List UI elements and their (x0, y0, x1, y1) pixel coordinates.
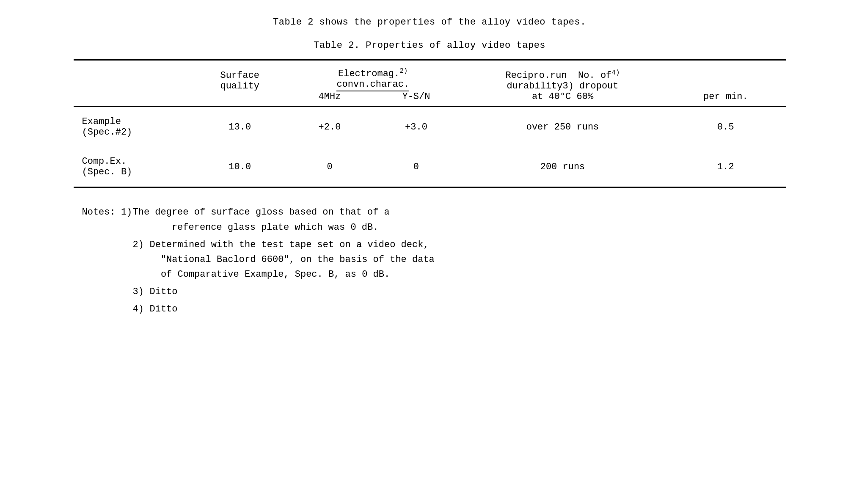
header-row-2: 4MHz Y-S/N at 40°C 60% per min. (74, 91, 786, 107)
notes-note4-text: Ditto (150, 302, 178, 317)
header-row-1: Surfacequality Electromag.2) convn.chara… (74, 61, 786, 91)
notes-note2-num: 2) (133, 237, 150, 282)
sub-header-surface (193, 91, 286, 107)
row2-4mhz: 0 (286, 147, 373, 187)
notes-note1: Notes: 1) The degree of surface gloss ba… (82, 205, 786, 234)
header-electromag: Electromag.2) convn.charac. (286, 61, 460, 91)
header-surface: Surfacequality (193, 61, 286, 91)
intro-text: Table 2 shows the properties of the allo… (273, 17, 586, 28)
intro-paragraph: Table 2 shows the properties of the allo… (34, 17, 825, 28)
sub-header-empty (74, 91, 193, 107)
row2-dropout: 1.2 (666, 147, 785, 187)
row1-surface: 13.0 (193, 107, 286, 147)
table-row: Example(Spec.#2) 13.0 +2.0 +3.0 over 250… (74, 107, 786, 147)
notes-note3: 3) Ditto (133, 284, 786, 299)
sub-header-dropout: per min. (666, 91, 785, 107)
header-empty (74, 61, 193, 91)
notes-note2-text: Determined with the test tape set on a v… (150, 237, 435, 282)
notes-section: Notes: 1) The degree of surface gloss ba… (74, 205, 786, 317)
row1-4mhz: +2.0 (286, 107, 373, 147)
table-title: Table 2. Properties of alloy video tapes (34, 40, 825, 51)
row1-label: Example(Spec.#2) (74, 107, 193, 147)
row1-ysn: +3.0 (373, 107, 459, 147)
table-title-text: Table 2. Properties of alloy video tapes (314, 40, 545, 51)
notes-note3-text: Ditto (150, 284, 178, 299)
row1-dropout: 0.5 (666, 107, 785, 147)
row2-surface: 10.0 (193, 147, 286, 187)
sub-header-recipro: at 40°C 60% (460, 91, 666, 107)
row1-recipro: over 250 runs (460, 107, 666, 147)
table-row: Comp.Ex.(Spec. B) 10.0 0 0 200 runs 1.2 (74, 147, 786, 187)
row2-label: Comp.Ex.(Spec. B) (74, 147, 193, 187)
notes-note1-text: The degree of surface gloss based on tha… (133, 205, 390, 234)
sub-header-ysn: Y-S/N (373, 91, 459, 107)
data-table: Surfacequality Electromag.2) convn.chara… (74, 59, 786, 188)
notes-label: Notes: 1) (82, 205, 133, 234)
bottom-border-row (74, 187, 786, 188)
notes-note2: 2) Determined with the test tape set on … (133, 237, 786, 282)
sub-header-4mhz: 4MHz (286, 91, 373, 107)
header-dropout (666, 61, 785, 91)
notes-note3-num: 3) (133, 284, 150, 299)
notes-note4-num: 4) (133, 302, 150, 317)
row2-ysn: 0 (373, 147, 459, 187)
header-recipro: Recipro.run No. of4) durability3) dropou… (460, 61, 666, 91)
row2-recipro: 200 runs (460, 147, 666, 187)
notes-note4: 4) Ditto (133, 302, 786, 317)
